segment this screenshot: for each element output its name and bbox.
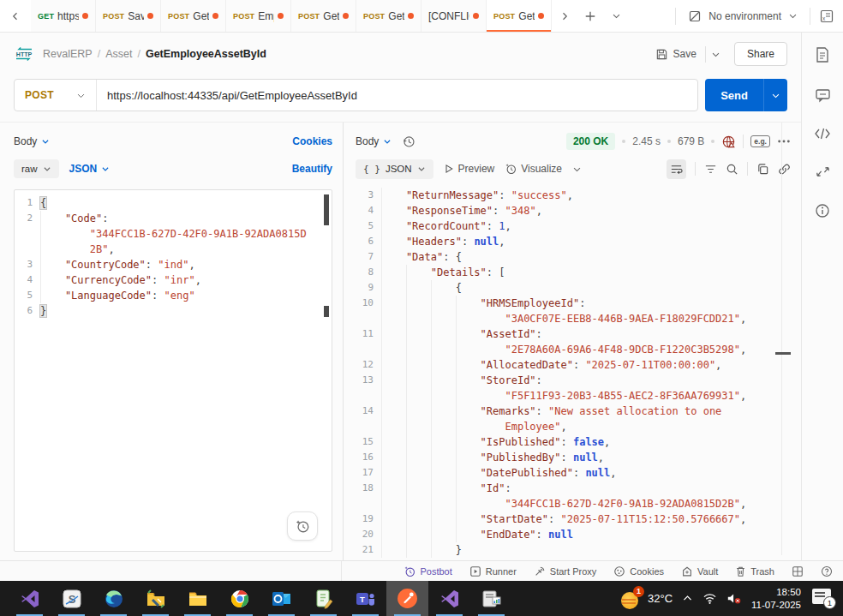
postbot-button[interactable]: Postbot: [404, 565, 451, 577]
taskbar-app-postman[interactable]: [386, 581, 428, 616]
link-icon[interactable]: [778, 163, 791, 176]
status-bar-item-label: Runner: [486, 566, 517, 577]
line-number: 5: [15, 288, 40, 303]
request-tab[interactable]: [CONFLIC: [422, 0, 487, 32]
beautify-link[interactable]: Beautify: [292, 163, 332, 175]
tab-title: Get: [323, 10, 339, 22]
back-button[interactable]: [0, 0, 31, 32]
layout-grid-button[interactable]: [792, 565, 804, 577]
visualize-button[interactable]: Visualize: [505, 163, 562, 175]
response-format-selector[interactable]: { } JSON: [356, 159, 433, 179]
related-requests-icon[interactable]: [816, 164, 830, 179]
wifi-icon[interactable]: [702, 592, 717, 605]
code-line: 18"Id":"344FCC1B-627D-42F0-9A1B-92ADA081…: [356, 481, 791, 511]
status-badge[interactable]: 200 OK: [566, 133, 615, 150]
response-body-viewer[interactable]: 3"ReturnMessage": "success",4"ResponseTi…: [356, 188, 791, 560]
more-options-icon[interactable]: [777, 135, 791, 147]
taskbar-app-ssms[interactable]: S: [51, 581, 93, 616]
status-bar-items: PostbotRunnerStart ProxyCookiesVaultTras…: [404, 565, 843, 577]
response-scrollbar-thumb[interactable]: [775, 352, 791, 355]
wrap-text-icon[interactable]: [667, 159, 686, 179]
save-options-chevron-icon[interactable]: [705, 46, 726, 63]
unsaved-changes-dot: [343, 13, 349, 19]
save-as-example-icon[interactable]: e.g.: [750, 135, 770, 147]
visual-studio-2-icon: [439, 589, 460, 609]
taskbar-app-outlook[interactable]: [260, 581, 302, 616]
response-time[interactable]: 2.45 s: [632, 135, 661, 147]
vault-button[interactable]: Vault: [681, 565, 718, 577]
taskbar-app-config-tool[interactable]: [135, 581, 176, 616]
response-size[interactable]: 679 B: [678, 135, 704, 147]
ssl-warning-globe-icon[interactable]: [721, 135, 736, 149]
taskbar-app-chrome[interactable]: [218, 581, 260, 616]
search-icon[interactable]: [726, 163, 738, 176]
share-button[interactable]: Share: [734, 42, 787, 66]
documentation-icon[interactable]: [815, 46, 830, 63]
code-line: 6"Headers": null,: [356, 234, 791, 249]
action-center-button[interactable]: 1: [810, 589, 836, 609]
info-icon[interactable]: [815, 203, 830, 218]
taskbar-clock[interactable]: 18:50 11-07-2025: [751, 586, 801, 612]
tab-overflow-button[interactable]: [552, 0, 577, 32]
weather-widget[interactable]: 1 32°C: [621, 589, 673, 609]
request-body-tab-selector[interactable]: Body: [14, 135, 50, 147]
taskbar-app-system-monitor[interactable]: [470, 581, 512, 616]
taskbar-app-visual-studio[interactable]: [9, 581, 51, 616]
editor-scrollbar[interactable]: [323, 193, 330, 548]
line-number: 1: [15, 195, 40, 211]
body-type-selector[interactable]: raw: [14, 159, 59, 178]
taskbar-app-teams[interactable]: T: [344, 581, 386, 616]
response-format-label: JSON: [386, 164, 412, 174]
chevron-down-icon: [612, 11, 621, 21]
context-rail: [801, 33, 843, 560]
breadcrumb-request-name[interactable]: GetEmployeeAssetById: [146, 48, 266, 60]
taskbar-app-visual-studio-2[interactable]: [428, 581, 470, 616]
filter-icon[interactable]: [704, 163, 717, 176]
start-proxy-button[interactable]: Start Proxy: [534, 565, 596, 577]
postbot-button[interactable]: [287, 511, 318, 541]
help-button[interactable]: [821, 565, 833, 577]
runner-button[interactable]: Runner: [469, 565, 517, 577]
send-button[interactable]: Send: [705, 79, 763, 111]
line-number: 12: [356, 357, 381, 373]
cookies-link[interactable]: Cookies: [292, 135, 332, 147]
preview-button[interactable]: Preview: [444, 163, 495, 175]
volume-muted-icon[interactable]: [726, 592, 742, 605]
request-tab[interactable]: POSTGet: [356, 0, 422, 32]
breadcrumb-workspace[interactable]: RevalERP: [43, 48, 93, 60]
environment-selector[interactable]: No environment: [685, 9, 801, 23]
response-body-tab-selector[interactable]: Body: [356, 135, 392, 147]
response-history-icon[interactable]: [402, 135, 416, 148]
taskbar-app-notepad-plus-plus[interactable]: [302, 581, 344, 616]
show-hidden-icons-chevron[interactable]: [682, 593, 693, 604]
cookies-button[interactable]: Cookies: [613, 565, 664, 577]
language-selector[interactable]: JSON: [69, 163, 111, 175]
breadcrumb-collection[interactable]: Asset: [105, 48, 132, 60]
taskbar-app-file-explorer[interactable]: [176, 581, 218, 616]
request-tab[interactable]: POSTGet: [161, 0, 226, 32]
request-tab[interactable]: GEThttps: [31, 0, 96, 32]
runner-icon: [469, 565, 481, 577]
send-options-button[interactable]: [763, 79, 787, 111]
copy-icon[interactable]: [756, 163, 769, 176]
tab-title: https: [57, 10, 79, 22]
teams-icon: T: [356, 589, 376, 609]
postbot-icon: [404, 565, 416, 577]
trash-button[interactable]: Trash: [735, 565, 774, 577]
request-body-editor[interactable]: 1{2"Code":"344FCC1B-627D-42F0-9A1B-92ADA…: [14, 189, 332, 552]
code-snippet-icon[interactable]: [814, 127, 831, 141]
new-tab-button[interactable]: [577, 0, 603, 32]
request-tab[interactable]: POSTSav: [96, 0, 161, 32]
comments-icon[interactable]: [815, 87, 831, 103]
request-tab[interactable]: POSTGet: [487, 0, 552, 32]
environment-quick-look-icon[interactable]: x: [819, 9, 834, 24]
url-input[interactable]: https://localhost:44335/api/GetEmployeeA…: [97, 89, 368, 102]
request-tab[interactable]: POSTEmp: [226, 0, 291, 32]
tab-menu-button[interactable]: [603, 0, 629, 32]
save-button[interactable]: Save: [655, 46, 726, 63]
method-selector[interactable]: POST: [15, 80, 97, 111]
request-tab[interactable]: POSTGet: [291, 0, 356, 32]
code-line: 6}: [15, 303, 320, 319]
chevron-down-icon[interactable]: [572, 164, 582, 174]
taskbar-app-edge[interactable]: [93, 581, 135, 616]
